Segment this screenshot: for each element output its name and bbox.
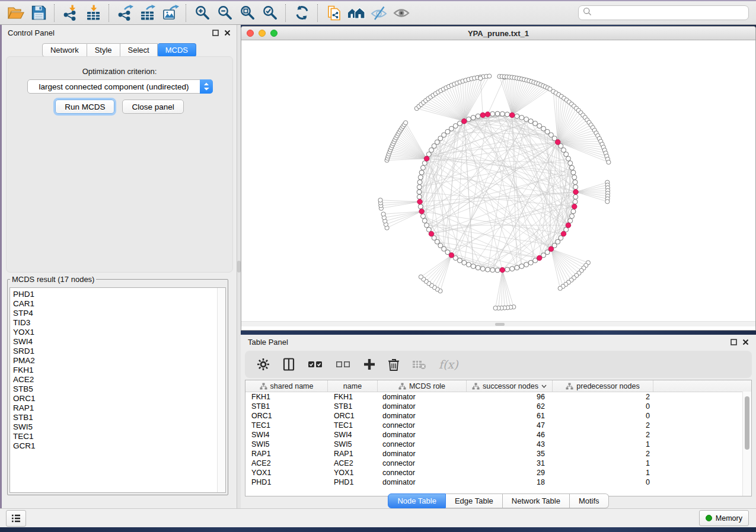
float-panel-icon[interactable] bbox=[212, 30, 219, 36]
mcds-result-item[interactable]: PMA2 bbox=[13, 356, 218, 366]
zoom-in-icon[interactable] bbox=[191, 3, 213, 23]
show-columns-icon[interactable] bbox=[282, 358, 295, 371]
tab-network[interactable]: Network bbox=[42, 43, 87, 57]
minimize-window-button[interactable] bbox=[259, 30, 266, 37]
tab-select[interactable]: Select bbox=[120, 43, 158, 57]
mcds-result-item[interactable]: SRD1 bbox=[13, 347, 218, 356]
cell-name: YOX1 bbox=[328, 469, 378, 477]
first-neighbors-icon[interactable] bbox=[345, 3, 368, 23]
table-row[interactable]: ACE2ACE2connector311 bbox=[245, 459, 751, 468]
optimization-criterion-select[interactable]: largest connected component (undirected) bbox=[27, 79, 213, 94]
mcds-result-item[interactable]: TID3 bbox=[13, 318, 218, 328]
open-folder-icon[interactable] bbox=[5, 3, 27, 23]
mcds-result-scrollbar[interactable] bbox=[217, 288, 225, 492]
control-panel-title: Control Panel bbox=[8, 28, 55, 37]
tab-edge-table[interactable]: Edge Table bbox=[446, 493, 503, 508]
function-builder-icon[interactable]: f(x) bbox=[439, 358, 458, 371]
mcds-result-item[interactable]: SWI4 bbox=[13, 337, 218, 347]
zoom-out-icon[interactable] bbox=[213, 3, 236, 23]
export-image-icon[interactable] bbox=[159, 3, 181, 23]
network-hscroll-thumb[interactable] bbox=[495, 323, 505, 326]
column-header-name[interactable]: name bbox=[328, 380, 378, 392]
mcds-result-item[interactable]: ACE2 bbox=[13, 375, 218, 384]
node-table-scroll-thumb[interactable] bbox=[745, 396, 749, 450]
table-row[interactable]: YOX1YOX1connector291 bbox=[245, 468, 751, 477]
zoom-window-button[interactable] bbox=[270, 30, 277, 37]
mcds-result-item[interactable]: RAP1 bbox=[13, 403, 218, 413]
table-row[interactable]: FKH1FKH1dominator962 bbox=[245, 392, 751, 402]
mcds-result-item[interactable]: STB5 bbox=[13, 384, 218, 394]
column-header-successor-nodes[interactable]: successor nodes bbox=[467, 380, 553, 392]
mcds-result-item[interactable]: YOX1 bbox=[13, 328, 218, 337]
export-table-icon[interactable] bbox=[136, 3, 159, 23]
column-header-shared-name[interactable]: shared name bbox=[245, 380, 328, 392]
float-table-panel-icon[interactable] bbox=[731, 339, 737, 345]
table-row[interactable]: SWI5SWI5connector431 bbox=[245, 440, 751, 449]
node-table-scrollbar[interactable] bbox=[742, 392, 751, 496]
table-row[interactable]: RAP1RAP1dominator352 bbox=[245, 449, 751, 459]
show-all-icon[interactable] bbox=[390, 3, 413, 23]
zoom-fit-icon[interactable] bbox=[236, 3, 259, 23]
task-history-button[interactable] bbox=[6, 510, 26, 527]
zoom-selected-icon[interactable] bbox=[259, 3, 281, 23]
share-document-icon[interactable] bbox=[323, 3, 345, 23]
column-header-label: successor nodes bbox=[483, 382, 538, 390]
network-window-titlebar[interactable]: YPA_prune.txt_1 bbox=[241, 27, 755, 40]
mcds-result-item[interactable]: FKH1 bbox=[13, 366, 218, 375]
column-header-MCDS-role[interactable]: MCDS role bbox=[378, 380, 467, 392]
memory-label: Memory bbox=[716, 514, 742, 523]
mcds-result-item[interactable]: PHD1 bbox=[13, 290, 218, 299]
node-table[interactable]: shared namenameMCDS rolesuccessor nodesp… bbox=[245, 380, 752, 496]
memory-button[interactable]: Memory bbox=[699, 510, 749, 526]
table-row[interactable]: STB1STB1dominator620 bbox=[245, 402, 751, 411]
mcds-result-item[interactable]: STP4 bbox=[13, 309, 218, 318]
save-icon[interactable] bbox=[27, 3, 50, 23]
close-table-panel-icon[interactable] bbox=[742, 339, 749, 345]
close-panel-icon[interactable] bbox=[224, 30, 231, 36]
tab-motifs[interactable]: Motifs bbox=[570, 493, 609, 508]
add-row-icon[interactable] bbox=[363, 358, 375, 370]
close-mcds-panel-button[interactable]: Close panel bbox=[122, 100, 183, 114]
optimization-criterion-label: Optimization criterion: bbox=[7, 67, 232, 76]
cell-successor: 18 bbox=[467, 478, 553, 486]
hide-selected-icon[interactable] bbox=[368, 3, 390, 23]
settings-gear-icon[interactable] bbox=[257, 358, 270, 371]
select-all-icon[interactable] bbox=[308, 360, 323, 369]
cell-shared_name: ORC1 bbox=[245, 412, 328, 420]
tab-style[interactable]: Style bbox=[87, 43, 120, 57]
tab-node-table[interactable]: Node Table bbox=[388, 493, 446, 508]
column-header-predecessor-nodes[interactable]: predecessor nodes bbox=[553, 380, 653, 392]
table-row[interactable]: PHD1PHD1dominator180 bbox=[245, 477, 751, 487]
cell-predecessor: 0 bbox=[553, 412, 653, 420]
close-window-button[interactable] bbox=[247, 30, 254, 37]
mcds-result-item[interactable]: CAR1 bbox=[13, 299, 218, 309]
table-row[interactable]: SWI4SWI4dominator462 bbox=[245, 430, 751, 440]
mcds-result-item[interactable]: STB1 bbox=[13, 413, 218, 422]
cell-predecessor: 1 bbox=[553, 469, 653, 477]
cell-predecessor: 2 bbox=[553, 421, 653, 430]
control-panel: Control Panel NetworkStyleSelectMCDS Opt… bbox=[2, 25, 237, 508]
deselect-all-icon[interactable] bbox=[336, 360, 351, 369]
import-table-icon[interactable] bbox=[82, 3, 104, 23]
import-network-icon[interactable] bbox=[59, 3, 82, 23]
table-row[interactable]: TEC1TEC1connector472 bbox=[245, 421, 751, 430]
network-graph[interactable] bbox=[241, 40, 755, 322]
tab-network-table[interactable]: Network Table bbox=[503, 493, 570, 508]
mcds-result-item[interactable]: ORC1 bbox=[13, 394, 218, 403]
tab-mcds[interactable]: MCDS bbox=[158, 43, 196, 57]
network-canvas[interactable] bbox=[241, 40, 755, 326]
refresh-icon[interactable] bbox=[291, 3, 313, 23]
mcds-result-list[interactable]: PHD1CAR1STP4TID3YOX1SWI4SRD1PMA2FKH1ACE2… bbox=[10, 288, 218, 492]
mcds-buttons: Run MCDS Close panel bbox=[7, 100, 232, 114]
network-hscrollbar[interactable] bbox=[241, 321, 755, 326]
search-box[interactable] bbox=[578, 5, 749, 20]
search-input[interactable] bbox=[595, 8, 744, 18]
mcds-result-item[interactable]: SWI5 bbox=[13, 422, 218, 432]
mcds-result-item[interactable]: TEC1 bbox=[13, 432, 218, 441]
export-network-icon[interactable] bbox=[114, 3, 136, 23]
delete-row-icon[interactable] bbox=[388, 358, 400, 371]
run-mcds-button[interactable]: Run MCDS bbox=[55, 100, 114, 114]
mcds-result-item[interactable]: GCR1 bbox=[13, 441, 218, 451]
delete-table-icon[interactable] bbox=[412, 359, 426, 370]
table-row[interactable]: ORC1ORC1dominator610 bbox=[245, 411, 751, 421]
